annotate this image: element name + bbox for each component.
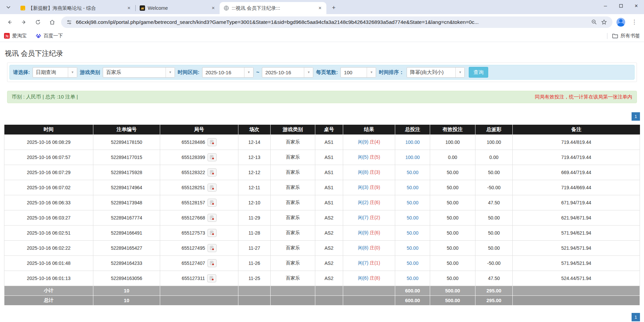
tab-close-icon[interactable]: ✕ bbox=[126, 5, 132, 11]
total-bet-link[interactable]: 50.00 bbox=[407, 230, 418, 236]
total-bet-link[interactable]: 50.00 bbox=[407, 276, 418, 281]
replay-video-button[interactable] bbox=[208, 214, 217, 222]
tab-close-icon[interactable]: ✕ bbox=[317, 5, 323, 11]
replay-video-button[interactable] bbox=[208, 153, 217, 161]
pagination-top: 1 bbox=[4, 112, 640, 121]
cell-payout: 100.00 bbox=[475, 134, 513, 150]
game-type-label: 游戏类别 bbox=[80, 69, 100, 76]
table-row: 2025-10-16 06:02:51 522894166491 6551275… bbox=[4, 225, 640, 240]
refresh-button[interactable] bbox=[32, 16, 44, 28]
time-range-label: 时间区间: bbox=[178, 69, 199, 76]
replay-video-button[interactable] bbox=[208, 168, 217, 176]
result-player: 闲(8) bbox=[358, 245, 368, 250]
cell-total-bet: 100.00 bbox=[395, 134, 430, 150]
total-bet-link[interactable]: 100.00 bbox=[405, 139, 420, 145]
date-to-select[interactable]: 2025-10-16 ▼ bbox=[262, 67, 313, 78]
chevron-down-icon: ▼ bbox=[367, 68, 376, 77]
forward-arrow-icon bbox=[21, 19, 27, 25]
total-bet-link[interactable]: 50.00 bbox=[407, 170, 418, 175]
query-mode-select[interactable]: 日期查询 ▼ bbox=[33, 67, 77, 78]
home-button[interactable] bbox=[46, 16, 58, 28]
url-text[interactable]: 66cxkj98.com/ipl/portal.php/game/betreco… bbox=[76, 19, 589, 25]
cell-session: 12-13 bbox=[238, 150, 271, 165]
tab-search-button[interactable] bbox=[3, 2, 13, 12]
query-button[interactable]: 查询 bbox=[469, 67, 488, 78]
cell-total-bet: 50.00 bbox=[395, 180, 430, 195]
summary-count: 10 bbox=[93, 286, 160, 295]
summary-payout: 295.00 bbox=[475, 286, 513, 295]
tab-close-icon[interactable]: ✕ bbox=[210, 5, 216, 11]
cell-note: 671.94/719.44 bbox=[513, 195, 640, 210]
chevron-down-icon: ▼ bbox=[455, 68, 464, 77]
total-bet-link[interactable]: 100.00 bbox=[405, 155, 420, 160]
replay-video-button[interactable] bbox=[208, 229, 217, 237]
cell-valid-bet: 50.00 bbox=[430, 255, 475, 271]
close-window-button[interactable]: ✕ bbox=[629, 0, 644, 11]
bookmark-baidu[interactable]: du 百度一下 bbox=[36, 33, 63, 39]
replay-card-icon bbox=[210, 185, 214, 190]
pegasus-favicon-icon bbox=[140, 5, 145, 11]
round-number: 655128486 bbox=[182, 139, 205, 145]
round-number: 655128157 bbox=[182, 200, 205, 205]
address-bar[interactable]: 66cxkj98.com/ipl/portal.php/game/betreco… bbox=[61, 16, 612, 28]
cell-result: 闲(8) 庄(3) bbox=[343, 165, 395, 180]
tab-welcome[interactable]: Welcome ✕ bbox=[136, 2, 220, 14]
cell-payout: -50.00 bbox=[475, 180, 513, 195]
cell-result: 闲(7) 庄(2) bbox=[343, 210, 395, 225]
total-bet-link[interactable]: 50.00 bbox=[407, 200, 418, 205]
column-header: 结果 bbox=[343, 125, 395, 134]
minimize-button[interactable]: ─ bbox=[598, 0, 613, 11]
result-banker: 庄(9) bbox=[370, 185, 380, 190]
profile-button[interactable] bbox=[615, 16, 627, 28]
cell-round-id: 655127573 bbox=[160, 225, 238, 240]
cell-round-id: 655128157 bbox=[160, 195, 238, 210]
currency-total-text: 币别 : 人民币 | 总共 :10 注单 | bbox=[12, 94, 78, 100]
result-banker: 庄(3) bbox=[370, 169, 380, 175]
cell-result: 闲(5) 庄(5) bbox=[343, 150, 395, 165]
page-number-button[interactable]: 1 bbox=[632, 112, 640, 121]
cell-total-bet: 50.00 bbox=[395, 195, 430, 210]
replay-video-button[interactable] bbox=[208, 184, 217, 192]
cell-table-no: AS1 bbox=[315, 165, 343, 180]
cell-game-type: 百家乐 bbox=[271, 255, 315, 271]
zoom-indicator-icon[interactable] bbox=[589, 17, 599, 27]
cell-note: 524.44/571.94 bbox=[513, 271, 640, 286]
cell-table-no: AS2 bbox=[315, 210, 343, 225]
back-button[interactable] bbox=[4, 16, 16, 28]
replay-card-icon bbox=[210, 170, 214, 175]
new-tab-button[interactable]: + bbox=[329, 3, 338, 12]
summary-info-bar: 币别 : 人民币 | 总共 :10 注单 | 同局有效投注，统一计算在该局第一张… bbox=[7, 91, 637, 103]
replay-video-button[interactable] bbox=[208, 199, 217, 207]
total-bet-link[interactable]: 50.00 bbox=[407, 245, 418, 251]
column-header: 有效投注 bbox=[430, 125, 475, 134]
chevron-down-icon: ▼ bbox=[244, 68, 253, 77]
bookmark-star-icon[interactable] bbox=[599, 17, 609, 27]
sort-select[interactable]: 降幂(由大到小) ▼ bbox=[407, 67, 465, 78]
all-bookmarks-button[interactable]: 所有书签 bbox=[612, 33, 640, 39]
replay-video-button[interactable] bbox=[207, 274, 216, 282]
profile-avatar bbox=[616, 18, 625, 27]
cell-session: 11-25 bbox=[238, 271, 271, 286]
cell-total-bet: 50.00 bbox=[395, 165, 430, 180]
summary-total-bet: 600.00 bbox=[395, 295, 430, 305]
bookmarks-divider bbox=[607, 33, 607, 39]
total-bet-link[interactable]: 50.00 bbox=[407, 215, 418, 220]
tab-forum[interactable]: 【新提醒】海燕策略论坛 - 综合 ✕ bbox=[16, 2, 135, 14]
maximize-button[interactable] bbox=[613, 0, 629, 11]
game-type-select[interactable]: 百家乐 ▼ bbox=[103, 67, 175, 78]
total-bet-link[interactable]: 50.00 bbox=[407, 185, 418, 190]
date-from-select[interactable]: 2025-10-16 ▼ bbox=[202, 67, 254, 78]
browser-menu-button[interactable]: ⋮ bbox=[628, 16, 640, 28]
cell-table-no: AS2 bbox=[315, 255, 343, 271]
forward-button[interactable] bbox=[18, 16, 30, 28]
result-banker: 庄(6) bbox=[370, 200, 380, 205]
replay-video-button[interactable] bbox=[208, 138, 217, 146]
replay-video-button[interactable] bbox=[208, 259, 217, 267]
site-settings-icon[interactable] bbox=[64, 17, 74, 27]
tab-bet-record[interactable]: :::视讯 会员下注纪录::: ✕ bbox=[220, 2, 326, 14]
total-bet-link[interactable]: 50.00 bbox=[407, 260, 418, 266]
bookmark-aitaobao[interactable]: 淘 爱淘宝 bbox=[4, 33, 27, 39]
page-number-button[interactable]: 1 bbox=[632, 313, 640, 321]
replay-video-button[interactable] bbox=[208, 244, 217, 252]
page-size-select[interactable]: 100 ▼ bbox=[340, 67, 376, 78]
